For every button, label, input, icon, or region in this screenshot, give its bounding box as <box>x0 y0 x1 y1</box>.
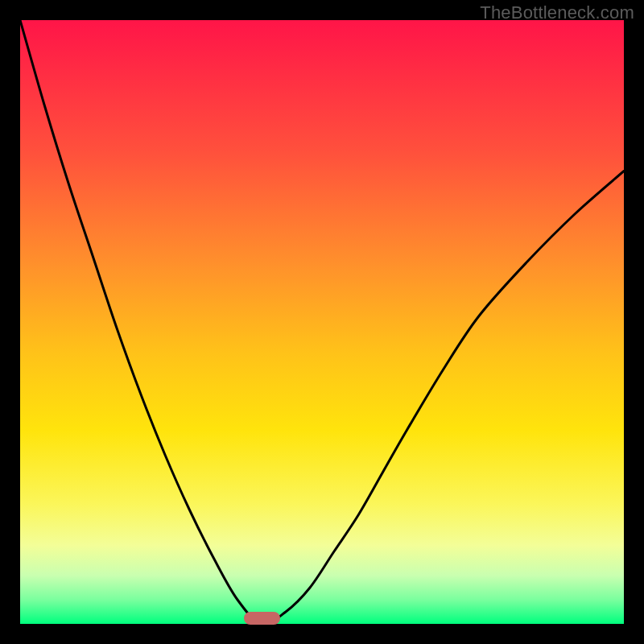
bottleneck-curve <box>20 20 624 624</box>
optimal-marker <box>244 612 280 625</box>
chart-frame: TheBottleneck.com <box>0 0 644 644</box>
curve-layer <box>20 20 624 624</box>
plot-area <box>20 20 624 624</box>
